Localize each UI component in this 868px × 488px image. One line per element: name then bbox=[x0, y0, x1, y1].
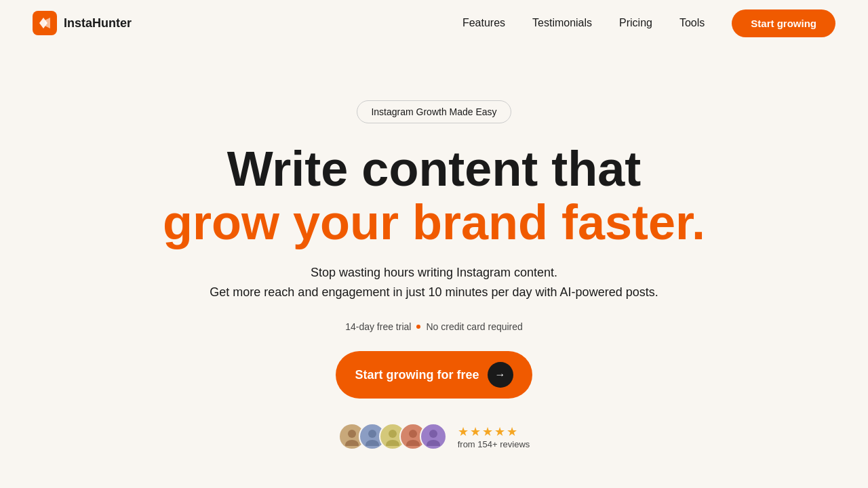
svg-point-4 bbox=[366, 440, 379, 446]
nav-pricing[interactable]: Pricing bbox=[619, 17, 652, 29]
svg-point-5 bbox=[389, 430, 397, 438]
trial-text: 14-day free trial bbox=[345, 321, 411, 332]
svg-point-9 bbox=[429, 430, 437, 438]
nav-start-growing-button[interactable]: Start growing bbox=[732, 9, 835, 37]
nav-tools[interactable]: Tools bbox=[679, 17, 705, 29]
svg-point-7 bbox=[409, 430, 417, 438]
svg-point-10 bbox=[427, 440, 440, 446]
reviews-section: ★★★★★ from 154+ reviews bbox=[338, 423, 530, 450]
svg-point-8 bbox=[406, 440, 420, 446]
avatar-group bbox=[338, 423, 447, 450]
no-cc-text: No credit card required bbox=[426, 321, 522, 332]
review-text: ★★★★★ from 154+ reviews bbox=[458, 424, 530, 449]
hero-subtext2: Get more reach and engagement in just 10… bbox=[210, 285, 658, 300]
nav-links: Features Testimonials Pricing Tools Star… bbox=[462, 9, 835, 37]
avatar-5 bbox=[420, 423, 447, 450]
nav-features[interactable]: Features bbox=[462, 17, 505, 29]
svg-point-3 bbox=[368, 430, 376, 438]
svg-point-2 bbox=[345, 440, 359, 446]
trial-info: 14-day free trial No credit card require… bbox=[345, 321, 523, 332]
hero-subtext1: Stop wasting hours writing Instagram con… bbox=[311, 266, 557, 280]
hero-heading-line1: Write content that bbox=[227, 142, 642, 196]
hero-cta-button[interactable]: Start growing for free → bbox=[336, 351, 532, 399]
hero-heading-line2: grow your brand faster. bbox=[163, 196, 705, 249]
hero-section: Instagram Growth Made Easy Write content… bbox=[0, 46, 868, 477]
star-rating: ★★★★★ bbox=[458, 424, 519, 439]
cta-arrow-icon: → bbox=[488, 362, 513, 388]
hero-cta-label: Start growing for free bbox=[355, 368, 479, 382]
logo[interactable]: InstaHunter bbox=[33, 11, 132, 35]
hero-badge: Instagram Growth Made Easy bbox=[357, 100, 511, 123]
svg-point-6 bbox=[386, 440, 399, 446]
nav-testimonials[interactable]: Testimonials bbox=[532, 17, 592, 29]
logo-text: InstaHunter bbox=[64, 16, 132, 30]
logo-icon bbox=[33, 11, 57, 35]
navbar: InstaHunter Features Testimonials Pricin… bbox=[0, 0, 868, 46]
hero-badge-text: Instagram Growth Made Easy bbox=[371, 106, 496, 117]
svg-point-1 bbox=[348, 430, 356, 438]
trial-separator bbox=[416, 325, 420, 329]
review-count: from 154+ reviews bbox=[458, 439, 530, 449]
